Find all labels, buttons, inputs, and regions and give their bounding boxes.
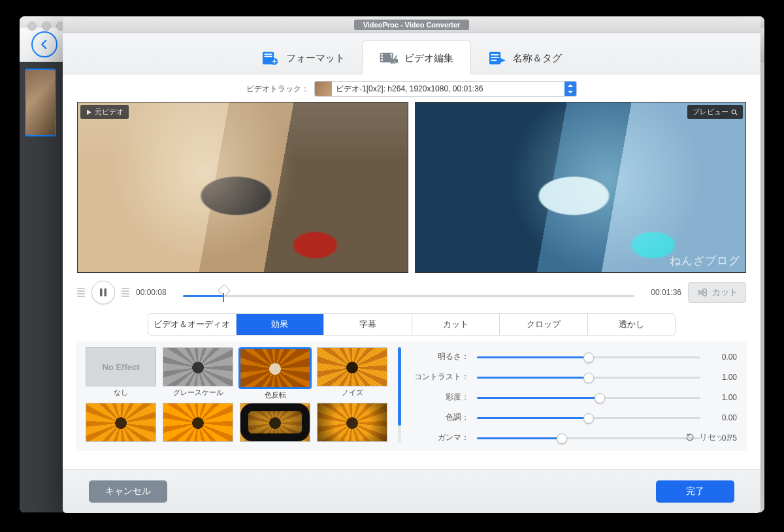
minimize-dot[interactable] (42, 22, 51, 31)
slider-gamma-track[interactable] (477, 433, 700, 443)
reset-icon (685, 432, 695, 443)
effect-r2-1[interactable] (163, 403, 233, 442)
slider-contrast: コントラスト： 1.00 (410, 371, 737, 383)
effect-grayscale-thumb (163, 347, 233, 386)
slider-contrast-track[interactable] (477, 373, 700, 382)
watermark-text: ねんざブログ (670, 253, 740, 268)
tab-video-edit[interactable]: ビデオ編集 (362, 40, 471, 74)
main-sidebar (20, 62, 69, 512)
select-arrow-icon (564, 82, 576, 96)
track-value: ビデオ-1[0x2]: h264, 1920x1080, 00:01:36 (332, 84, 564, 95)
slider-saturation-track[interactable] (477, 393, 700, 402)
name-tag-icon (488, 50, 506, 66)
effect-r2-0[interactable] (86, 403, 155, 442)
effect-grayscale[interactable]: グレースケール (163, 347, 233, 400)
effect-invert-thumb (238, 347, 312, 389)
svg-rect-16 (491, 60, 497, 61)
svg-rect-8 (390, 54, 391, 55)
effect-none[interactable]: No Effect なし (86, 347, 155, 400)
play-pause-button[interactable] (91, 281, 115, 304)
svg-rect-6 (381, 57, 382, 58)
tab-name-tag-label: 名称＆タグ (513, 52, 562, 65)
modal-title: VideoProc - Video Converter (354, 20, 470, 30)
svg-rect-7 (381, 59, 382, 61)
cut-button[interactable]: カット (688, 282, 746, 303)
format-icon (261, 50, 280, 66)
preview-row: 元ビデオ プレビュー ねんざブログ (63, 99, 760, 273)
timeline-track[interactable] (183, 282, 634, 303)
slider-brightness-track[interactable] (477, 352, 700, 362)
source-preview: 元ビデオ (77, 102, 408, 273)
subtab-effect[interactable]: 効果 (236, 314, 324, 335)
subtab-crop[interactable]: クロップ (499, 314, 587, 335)
effect-noise-thumb (317, 347, 387, 386)
effect-invert[interactable]: 色反転 (240, 347, 310, 400)
traffic-lights[interactable] (27, 22, 65, 31)
video-track-row: ビデオトラック： ビデオ-1[0x2]: h264, 1920x1080, 00… (63, 74, 760, 99)
adjust-sliders: 明るさ： 0.00 コントラスト： 1.00 彩度： 1.00 色調： 0.00… (410, 347, 737, 443)
subtab-subtitle[interactable]: 字幕 (323, 314, 412, 335)
result-preview: プレビュー ねんざブログ (415, 102, 746, 273)
svg-rect-1 (265, 54, 272, 55)
subtab-watermark[interactable]: 透かし (587, 314, 676, 335)
top-tabs: フォーマット ビデオ編集 名称＆タグ (63, 33, 760, 74)
effect-none-thumb: No Effect (86, 347, 156, 386)
drag-handle-right[interactable] (122, 288, 129, 297)
effect-noise[interactable]: ノイズ (318, 347, 387, 400)
timeline-playhead[interactable] (217, 286, 230, 299)
slider-hue-track[interactable] (477, 413, 700, 422)
scissors-icon (696, 287, 708, 298)
effects-scrollbar[interactable] (396, 347, 401, 443)
time-current: 00:00:08 (136, 288, 176, 297)
drag-handle-left[interactable] (77, 288, 85, 297)
svg-rect-15 (491, 57, 499, 58)
tab-video-edit-label: ビデオ編集 (404, 52, 453, 65)
source-badge: 元ビデオ (80, 105, 129, 119)
video-track-label: ビデオトラック： (246, 84, 309, 95)
slider-hue: 色調： 0.00 (410, 412, 737, 423)
modal-titlebar: VideoProc - Video Converter (63, 17, 760, 33)
sub-tabs: ビデオ＆オーディオ 効果 字幕 カット クロップ 透かし (148, 313, 676, 336)
svg-rect-19 (105, 289, 107, 296)
svg-rect-5 (381, 54, 382, 55)
close-dot[interactable] (27, 22, 37, 31)
modal-footer: キャンセル 完了 (63, 469, 760, 513)
effects-area: No Effect なし グレースケール 色反転 ノイズ (76, 341, 747, 451)
timeline-row: 00:00:08 00:01:36 カット (63, 273, 760, 309)
magnify-icon (731, 109, 738, 116)
video-track-select[interactable]: ビデオ-1[0x2]: h264, 1920x1080, 00:01:36 (314, 81, 577, 97)
slider-saturation: 彩度： 1.00 (410, 392, 737, 403)
subtab-va[interactable]: ビデオ＆オーディオ (148, 314, 236, 335)
effects-grid: No Effect なし グレースケール 色反転 ノイズ (86, 347, 387, 443)
svg-rect-14 (491, 54, 499, 55)
preview-badge[interactable]: プレビュー (687, 105, 743, 119)
done-button[interactable]: 完了 (656, 480, 734, 503)
time-total: 00:01:36 (641, 288, 681, 297)
slider-brightness: 明るさ： 0.00 (410, 351, 737, 362)
effect-r2-3[interactable] (318, 403, 387, 442)
svg-rect-18 (100, 289, 103, 296)
tab-format[interactable]: フォーマット (244, 41, 362, 74)
subtab-cut[interactable]: カット (412, 314, 500, 335)
effect-r2-2[interactable] (240, 403, 310, 442)
svg-rect-2 (265, 56, 272, 57)
track-thumb-icon (315, 82, 332, 96)
cancel-button[interactable]: キャンセル (89, 480, 167, 503)
back-button[interactable] (31, 31, 57, 57)
clip-thumbnail[interactable] (25, 69, 56, 136)
reset-button[interactable]: リセット (685, 431, 733, 443)
svg-point-17 (732, 110, 736, 114)
tab-name-tag[interactable]: 名称＆タグ (471, 41, 579, 74)
video-edit-icon (380, 50, 398, 66)
tab-format-label: フォーマット (286, 52, 345, 65)
video-edit-modal: VideoProc - Video Converter フォーマット ビデオ編集… (63, 17, 760, 513)
